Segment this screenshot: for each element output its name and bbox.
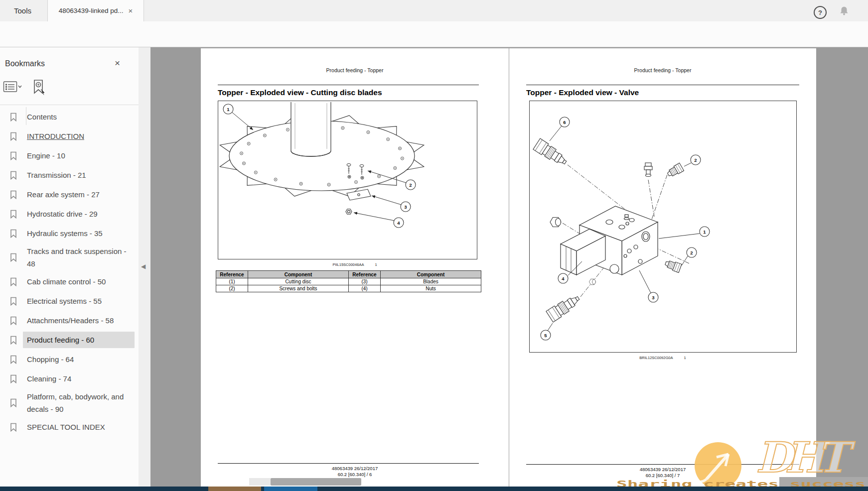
header-rule [526, 85, 799, 85]
svg-text:2: 2 [409, 182, 412, 188]
bookmarks-options-icon[interactable] [3, 80, 22, 93]
callout-2: 2 [406, 180, 416, 190]
svg-text:5: 5 [544, 333, 547, 338]
tab-tools[interactable]: Tools [0, 0, 45, 21]
table-cell: Blades [381, 278, 481, 285]
bookmark-label: Cab climate control - 50 [23, 273, 135, 290]
figure-valve: 6 2 1 2 3 4 5 [529, 101, 797, 353]
callout-2a: 2 [691, 155, 701, 165]
bookmark-item[interactable]: Tracks and track suspension - 48 [0, 243, 139, 272]
bookmark-label: INTRODUCTION [23, 128, 135, 144]
bookmark-item[interactable]: Hydraulic systems - 35 [0, 224, 139, 243]
bookmark-label: Transmission - 21 [23, 167, 135, 183]
header-rule [218, 85, 479, 85]
bookmark-label: Contents [23, 109, 135, 125]
table-cell: (3) [349, 278, 381, 285]
component-table-head: ReferenceComponentReferenceComponent [216, 271, 481, 278]
bookmark-icon [10, 210, 17, 219]
svg-text:1: 1 [227, 107, 230, 112]
component-table: ReferenceComponentReferenceComponent (1)… [216, 270, 481, 292]
bookmark-item[interactable]: Attachments/Headers - 58 [0, 311, 139, 330]
bookmarks-close-icon[interactable]: × [115, 58, 120, 68]
bookmark-icon [10, 398, 17, 407]
bookmark-label: Product feeding - 60 [23, 332, 135, 348]
footer-page-id: 60.2 [60.340] / 6 [201, 472, 509, 477]
figure-code: BRIL12SC0092G0A [639, 356, 673, 360]
svg-text:3: 3 [404, 204, 407, 210]
callout-2b: 2 [687, 247, 697, 257]
running-header: Product feeding - Topper [201, 67, 509, 73]
callout-6: 6 [560, 117, 570, 127]
tab-bar: Tools 48063439-linked pd... × ? [0, 0, 868, 21]
callout-3: 3 [401, 202, 411, 212]
figure-cutting-disc: 1 2 3 4 [218, 101, 477, 259]
bookmark-label: Hydrostatic drive - 29 [23, 206, 135, 222]
watermark-brand: DHT [756, 441, 855, 482]
bell-icon[interactable] [838, 5, 850, 17]
bookmark-item[interactable]: Electrical systems - 55 [0, 291, 139, 311]
tab-document[interactable]: 48063439-linked pd... × [47, 0, 144, 21]
bookmark-item[interactable]: Contents [0, 107, 139, 126]
svg-text:2: 2 [694, 157, 697, 163]
callout-1: 1 [700, 227, 710, 237]
bookmark-item[interactable]: INTRODUCTION [0, 126, 139, 146]
taskbar [0, 487, 868, 491]
table-cell: (4) [349, 285, 381, 292]
horizontal-scrollbar-track[interactable] [249, 478, 271, 486]
svg-text:1: 1 [703, 229, 706, 235]
bookmark-icon [10, 316, 17, 325]
hex-plug-left [550, 218, 561, 227]
figure-code: PIIL15SC00046AA [332, 262, 364, 267]
bookmark-item[interactable]: Rear axle system - 27 [0, 185, 139, 204]
bookmark-item[interactable]: Cab climate control - 50 [0, 272, 139, 291]
bookmark-icon [10, 132, 17, 141]
bookmark-icon [10, 151, 17, 160]
bookmark-item[interactable]: Transmission - 21 [0, 165, 139, 185]
bookmark-item[interactable]: Hydrostatic drive - 29 [0, 204, 139, 224]
bookmark-icon [10, 171, 17, 180]
bookmark-icon [10, 229, 17, 238]
bookmark-icon [10, 336, 17, 345]
bookmark-icon [10, 355, 17, 364]
bookmark-item[interactable]: SPECIAL TOOL INDEX [0, 417, 139, 437]
help-icon[interactable]: ? [814, 6, 827, 19]
callout-1: 1 [223, 104, 233, 114]
bookmarks-panel-title: Bookmarks [5, 59, 45, 68]
table-cell: Cutting disc [248, 278, 349, 285]
bookmark-item[interactable]: Engine - 10 [0, 146, 139, 165]
figure-page-num: 1 [375, 262, 377, 267]
tab-close-icon[interactable]: × [129, 7, 133, 14]
table-cell: Screws and bolts [248, 285, 349, 292]
bookmarks-list: ContentsINTRODUCTIONEngine - 10Transmiss… [0, 107, 139, 437]
bookmark-label: Tracks and track suspension - 48 [23, 243, 135, 272]
collapse-panel-icon[interactable]: ◀ [141, 263, 145, 270]
bookmark-item[interactable]: Cleaning - 74 [0, 369, 139, 388]
table-cell: (1) [216, 278, 248, 285]
bookmark-item[interactable]: Product feeding - 60 [0, 330, 139, 350]
bookmark-icon [10, 297, 17, 306]
fitting-right-bottom [664, 259, 682, 273]
document-area: Product feeding - Topper Topper - Explod… [150, 47, 868, 487]
svg-text:6: 6 [563, 120, 566, 125]
table-row: (2)Screws and bolts(4)Nuts [216, 285, 481, 292]
svg-text:2: 2 [690, 250, 693, 255]
table-header-cell: Reference [216, 271, 248, 278]
bookmark-item[interactable]: Platform, cab, bodywork, and decals - 90 [0, 388, 139, 417]
table-row: (1)Cutting disc(3)Blades [216, 278, 481, 285]
cutting-disc-svg: 1 2 3 4 [218, 101, 477, 259]
bookmark-label: Platform, cab, bodywork, and decals - 90 [23, 388, 135, 417]
valve-svg: 6 2 1 2 3 4 5 [530, 101, 796, 352]
figure-caption: PIIL15SC00046AA 1 [201, 262, 509, 267]
hex-plug-small [589, 279, 595, 284]
component-table-body: (1)Cutting disc(3)Blades(2)Screws and bo… [216, 278, 481, 292]
section-title: Topper - Exploded view - Valve [526, 88, 639, 97]
bookmark-item[interactable]: Chopping - 64 [0, 350, 139, 369]
svg-text:4: 4 [562, 276, 565, 281]
bookmark-label: Chopping - 64 [23, 351, 135, 368]
table-cell: (2) [216, 285, 248, 292]
bookmark-icon [10, 374, 17, 383]
fitting-right-top [666, 163, 684, 178]
bookmark-icon [10, 113, 17, 122]
horizontal-scrollbar-thumb[interactable] [271, 478, 361, 486]
expand-current-bookmark-icon[interactable] [31, 79, 46, 96]
